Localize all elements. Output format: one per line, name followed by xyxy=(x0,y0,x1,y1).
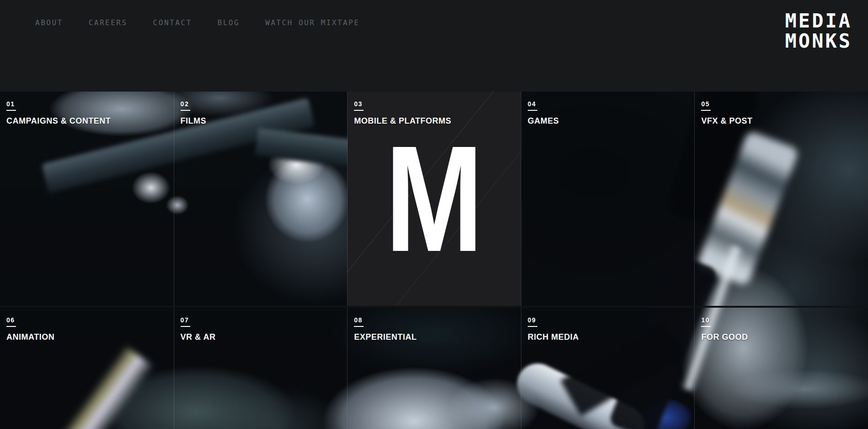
number-underline xyxy=(6,110,16,111)
service-cell-vfx-post[interactable]: 05 VFX & POST xyxy=(694,92,868,306)
service-cell-films[interactable]: 02 FILMS xyxy=(174,92,348,306)
logo-line-1: MEDIA xyxy=(785,11,852,31)
service-cell-experiential[interactable]: 08 EXPERIENTIAL xyxy=(347,308,521,429)
service-cell-campaigns-content[interactable]: 01 CAMPAIGNS & CONTENT xyxy=(0,92,174,306)
row-divider-line xyxy=(0,306,868,308)
top-bar: ABOUT CAREERS CONTACT BLOG WATCH OUR MIX… xyxy=(0,0,868,92)
service-number: 02 xyxy=(181,101,348,107)
mediamonks-logo[interactable]: MEDIA MONKS xyxy=(785,11,852,51)
service-title: ANIMATION xyxy=(6,332,174,342)
service-number: 10 xyxy=(701,317,868,323)
service-cell-rich-media[interactable]: 09 RICH MEDIA xyxy=(521,308,695,429)
nav-link-contact[interactable]: CONTACT xyxy=(153,18,192,27)
number-underline xyxy=(701,110,711,111)
service-cell-for-good[interactable]: 10 FOR GOOD xyxy=(694,308,868,429)
nav-link-watch-our-mixtape[interactable]: WATCH OUR MIXTAPE xyxy=(265,18,359,27)
service-title: GAMES xyxy=(528,116,695,125)
number-underline xyxy=(528,326,537,327)
service-title: MOBILE & PLATFORMS xyxy=(354,116,521,125)
services-grid: 01 CAMPAIGNS & CONTENT 02 FILMS M 03 MOB… xyxy=(0,92,868,429)
number-underline xyxy=(6,326,16,327)
service-cell-vr-ar[interactable]: 07 VR & AR xyxy=(174,308,348,429)
nav-link-blog[interactable]: BLOG xyxy=(218,18,240,27)
service-cell-games[interactable]: 04 GAMES xyxy=(521,92,695,306)
nav-link-careers[interactable]: CAREERS xyxy=(89,18,128,27)
service-title: FOR GOOD xyxy=(701,332,868,342)
number-underline xyxy=(354,110,364,111)
service-cell-mobile-platforms[interactable]: M 03 MOBILE & PLATFORMS xyxy=(347,92,521,306)
number-underline xyxy=(181,326,190,327)
service-title: EXPERIENTIAL xyxy=(354,332,521,342)
service-number: 07 xyxy=(181,317,348,323)
service-cell-animation[interactable]: 06 ANIMATION xyxy=(0,308,174,429)
service-title: VFX & POST xyxy=(701,116,868,125)
number-underline xyxy=(701,326,711,327)
services-cells: 01 CAMPAIGNS & CONTENT 02 FILMS M 03 MOB… xyxy=(0,92,868,429)
service-number: 01 xyxy=(6,101,174,107)
service-number: 04 xyxy=(528,101,695,107)
number-underline xyxy=(181,110,190,111)
service-title: VR & AR xyxy=(181,332,348,342)
main-nav: ABOUT CAREERS CONTACT BLOG WATCH OUR MIX… xyxy=(35,18,359,27)
service-title: RICH MEDIA xyxy=(528,332,695,342)
service-title: CAMPAIGNS & CONTENT xyxy=(6,116,174,125)
number-underline xyxy=(528,110,537,111)
nav-link-about[interactable]: ABOUT xyxy=(35,18,63,27)
service-number: 03 xyxy=(354,101,521,107)
number-underline xyxy=(354,326,364,327)
logo-line-2: MONKS xyxy=(785,31,852,51)
service-number: 06 xyxy=(6,317,174,323)
service-number: 05 xyxy=(701,101,868,107)
service-number: 09 xyxy=(528,317,695,323)
service-title: FILMS xyxy=(181,116,348,125)
mediamonks-homepage: ABOUT CAREERS CONTACT BLOG WATCH OUR MIX… xyxy=(0,0,868,429)
service-number: 08 xyxy=(354,317,521,323)
